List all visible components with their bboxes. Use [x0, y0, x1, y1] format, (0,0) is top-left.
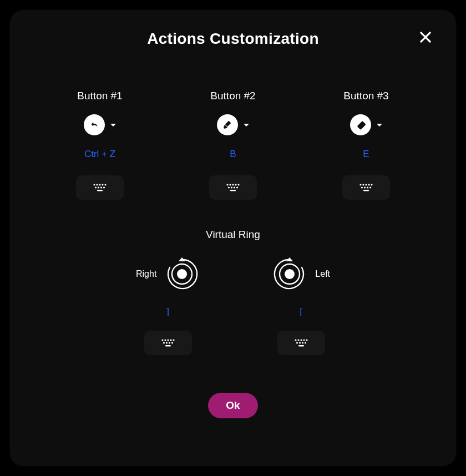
chevron-down-icon	[244, 124, 249, 126]
undo-icon	[84, 114, 105, 135]
button-1-shortcut: Ctrl + Z	[84, 149, 115, 160]
button-3-action-dropdown[interactable]	[350, 114, 382, 135]
svg-point-50	[297, 339, 299, 341]
svg-point-25	[365, 184, 367, 185]
ring-left-head: Left	[272, 256, 330, 292]
ring-clockwise-icon	[164, 256, 200, 292]
svg-point-49	[295, 339, 296, 341]
svg-point-3	[96, 184, 98, 185]
svg-point-4	[99, 184, 100, 185]
keyboard-icon	[225, 183, 241, 193]
svg-point-44	[171, 342, 173, 343]
svg-point-13	[229, 184, 231, 185]
svg-point-31	[369, 186, 371, 188]
svg-point-19	[234, 186, 235, 188]
svg-point-20	[236, 186, 238, 188]
button-2-keyboard-button[interactable]	[209, 175, 257, 200]
button-3-column: Button #3 E	[311, 90, 422, 200]
button-3-shortcut: E	[363, 149, 369, 160]
svg-point-57	[305, 342, 306, 343]
svg-point-51	[300, 339, 302, 341]
svg-point-18	[231, 186, 232, 188]
button-3-keyboard-button[interactable]	[342, 175, 390, 200]
svg-point-17	[228, 186, 230, 188]
chevron-down-icon	[377, 124, 382, 126]
app-backdrop: Actions Customization Button #1	[0, 0, 466, 476]
button-2-column: Button #2 B	[178, 90, 288, 200]
svg-point-8	[98, 186, 99, 188]
svg-point-34	[177, 269, 187, 279]
button-2-action-dropdown[interactable]	[217, 114, 249, 135]
svg-point-28	[361, 186, 363, 188]
svg-point-16	[237, 184, 239, 185]
ring-left-keyboard-button[interactable]	[277, 331, 325, 355]
keyboard-icon	[358, 183, 374, 193]
ring-counterclockwise-icon	[272, 256, 307, 292]
keyboard-icon	[160, 338, 176, 348]
svg-point-30	[367, 186, 368, 188]
virtual-ring-title: Virtual Ring	[206, 229, 260, 241]
svg-rect-22	[357, 121, 366, 130]
svg-point-5	[102, 184, 103, 185]
svg-point-27	[371, 184, 372, 185]
svg-point-38	[167, 339, 169, 341]
svg-rect-32	[363, 190, 369, 191]
close-icon	[419, 31, 432, 43]
svg-point-43	[169, 342, 170, 343]
svg-point-39	[170, 339, 171, 341]
keyboard-icon	[92, 183, 108, 193]
svg-point-14	[232, 184, 234, 185]
svg-point-47	[285, 269, 295, 279]
button-2-title: Button #2	[210, 90, 255, 102]
svg-point-36	[161, 339, 163, 341]
actions-customization-modal: Actions Customization Button #1	[10, 10, 456, 466]
close-button[interactable]	[417, 29, 434, 45]
modal-title: Actions Customization	[147, 30, 319, 48]
svg-point-12	[226, 184, 228, 185]
ring-right-column: Right ]	[136, 256, 200, 355]
svg-point-2	[93, 184, 95, 185]
button-1-keyboard-button[interactable]	[76, 175, 124, 200]
ok-button[interactable]: Ok	[208, 393, 257, 418]
ring-left-label: Left	[315, 269, 330, 279]
svg-point-37	[164, 339, 166, 341]
svg-point-15	[235, 184, 236, 185]
svg-point-6	[104, 184, 106, 185]
svg-point-53	[306, 339, 307, 341]
rings-row: Right ]	[136, 256, 330, 355]
ring-left-column: Left [	[272, 256, 330, 355]
svg-point-55	[299, 342, 301, 343]
svg-point-40	[173, 339, 174, 341]
svg-point-10	[103, 186, 105, 188]
ring-right-keyboard-button[interactable]	[144, 331, 192, 355]
svg-rect-11	[97, 190, 103, 191]
ring-right-label: Right	[136, 269, 156, 279]
button-2-shortcut: B	[230, 149, 236, 160]
button-3-title: Button #3	[343, 90, 388, 102]
chevron-down-icon	[110, 124, 116, 126]
svg-point-54	[296, 342, 298, 343]
buttons-row: Button #1 Ctrl + Z	[30, 90, 436, 200]
button-1-action-dropdown[interactable]	[84, 114, 116, 135]
svg-rect-45	[165, 345, 171, 347]
button-1-title: Button #1	[77, 90, 122, 102]
svg-point-9	[100, 186, 102, 188]
svg-point-7	[95, 186, 97, 188]
svg-point-29	[364, 186, 366, 188]
svg-point-24	[362, 184, 364, 185]
svg-rect-58	[298, 345, 304, 347]
svg-rect-21	[230, 190, 236, 191]
svg-point-42	[166, 342, 168, 343]
svg-point-52	[303, 339, 305, 341]
ring-left-shortcut: [	[300, 306, 302, 317]
brush-icon	[217, 114, 238, 135]
button-1-column: Button #1 Ctrl + Z	[44, 90, 155, 200]
ring-right-shortcut: ]	[166, 306, 169, 317]
ring-right-head: Right	[136, 256, 200, 292]
svg-point-23	[359, 184, 361, 185]
eraser-icon	[350, 114, 371, 135]
svg-point-41	[163, 342, 165, 343]
svg-point-56	[302, 342, 303, 343]
keyboard-icon	[293, 338, 310, 348]
svg-point-26	[368, 184, 369, 185]
